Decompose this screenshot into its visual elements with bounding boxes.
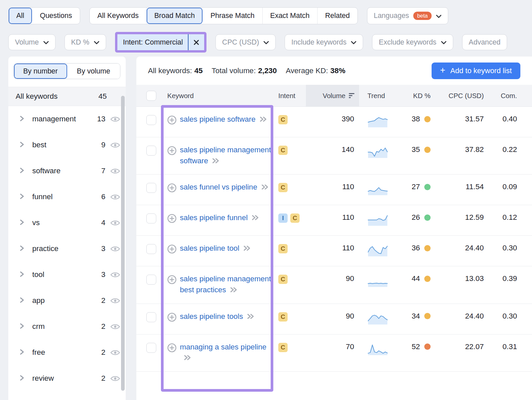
keyword-link[interactable]: managing a sales pipeline [180,342,273,363]
sidebar-scrollbar[interactable] [121,96,125,391]
sidebar-group-funnel[interactable]: funnel6 [8,184,126,210]
open-keyword-icon[interactable] [261,183,269,194]
match-type-filter-bar: AllQuestions All KeywordsBroad MatchPhra… [0,7,532,24]
eye-icon[interactable] [110,194,120,200]
intent-badge-c: C [278,275,288,284]
cpc-filter-dropdown[interactable]: CPC (USD) [215,34,276,50]
sidebar-group-management[interactable]: management13 [8,106,126,132]
open-keyword-icon[interactable] [251,213,259,224]
cpc-value: 22.07 [431,342,484,351]
open-keyword-icon[interactable] [259,115,267,126]
row-checkbox[interactable] [146,213,156,223]
add-to-keyword-list-button[interactable]: + Add to keyword list [432,63,520,79]
keyword-link[interactable]: sales pipeline funnel [180,212,259,223]
cpc-value: 13.03 [431,274,484,283]
column-header-kd[interactable]: KD % [391,92,431,100]
sidebar-group-best[interactable]: best9 [8,132,126,158]
kd-filter-dropdown[interactable]: KD % [65,34,106,50]
filter-tab-exact-match[interactable]: Exact Match [263,8,318,24]
filter-tab-broad-match[interactable]: Broad Match [147,8,203,24]
eye-icon[interactable] [110,245,120,252]
add-keyword-icon[interactable] [167,115,177,126]
chevron-right-icon [20,193,24,201]
row-checkbox[interactable] [146,146,156,156]
filter-tab-questions[interactable]: Questions [32,8,80,24]
sidebar-group-review[interactable]: review2 [8,365,126,391]
open-keyword-icon[interactable] [183,353,192,364]
add-keyword-icon[interactable] [167,183,177,194]
open-keyword-icon[interactable] [243,244,251,255]
eye-icon[interactable] [110,219,120,226]
eye-icon[interactable] [110,323,120,330]
group-label: software [32,167,61,175]
intent-filter-chip[interactable]: Intent: Commercial [117,34,204,50]
table-row: managing a sales pipelineC705222.070.31 [136,334,532,372]
table-header: Keyword Intent Volume Trend KD % CPC (US… [136,85,532,107]
com-value: 0.31 [484,342,532,351]
exclude-keywords-label: Exclude keywords [379,38,436,47]
eye-icon[interactable] [110,168,120,175]
tab-by-volume[interactable]: By volume [67,64,120,79]
select-all-checkbox[interactable] [146,91,156,101]
advanced-filters-dropdown[interactable]: Advanced [462,34,507,50]
exclude-keywords-dropdown[interactable]: Exclude keywords [372,34,453,50]
keyword-link[interactable]: sales pipeline management best practices [180,274,273,295]
keyword-link[interactable]: sales pipeline tool [180,243,251,254]
eye-icon[interactable] [110,375,120,382]
column-header-com[interactable]: Com. [484,92,532,100]
sidebar-group-vs[interactable]: vs4 [8,210,126,236]
remove-intent-filter-button[interactable] [189,39,204,46]
filter-tab-all-keywords[interactable]: All Keywords [90,8,147,24]
row-checkbox[interactable] [146,343,156,353]
sidebar-group-app[interactable]: app2 [8,288,126,314]
eye-icon[interactable] [110,271,120,278]
all-keywords-row[interactable]: All keywords 45 [8,87,126,106]
column-header-trend[interactable]: Trend [359,92,391,100]
cpc-value: 37.82 [431,145,484,154]
keyword-link[interactable]: sales pipeline software [180,114,267,125]
add-keyword-icon[interactable] [167,313,177,323]
filter-tab-phrase-match[interactable]: Phrase Match [203,8,263,24]
row-checkbox[interactable] [146,183,156,193]
intent-badge-c: C [290,213,300,223]
kd-value: 36 [412,244,420,252]
column-header-keyword[interactable]: Keyword [165,92,273,100]
keyword-link[interactable]: sales pipeline tools [180,311,255,322]
volume-filter-dropdown[interactable]: Volume [8,34,56,50]
open-keyword-icon[interactable] [246,312,255,323]
add-keyword-icon[interactable] [167,343,177,354]
column-header-cpc[interactable]: CPC (USD) [431,92,484,100]
open-keyword-icon[interactable] [229,285,238,296]
keyword-link[interactable]: sales funnel vs pipeline [180,182,269,193]
eye-icon[interactable] [110,116,120,123]
add-keyword-icon[interactable] [167,146,177,157]
add-keyword-icon[interactable] [167,214,177,224]
group-count: 4 [101,218,105,227]
row-checkbox[interactable] [146,244,156,254]
chevron-right-icon [20,167,24,175]
eye-icon[interactable] [110,349,120,356]
column-header-intent[interactable]: Intent [273,92,306,100]
filter-tab-related[interactable]: Related [318,8,357,24]
sidebar-group-crm[interactable]: crm2 [8,314,126,339]
sidebar-group-free[interactable]: free2 [8,339,126,365]
tab-by-number[interactable]: By number [14,64,67,79]
column-header-volume[interactable]: Volume [306,85,359,106]
keyword-link[interactable]: sales pipeline management software [180,145,273,166]
sidebar-group-tool[interactable]: tool3 [8,262,126,288]
row-checkbox[interactable] [146,115,156,125]
include-keywords-dropdown[interactable]: Include keywords [285,34,363,50]
languages-dropdown[interactable]: Languages beta [367,7,448,24]
sidebar-group-software[interactable]: software7 [8,158,126,184]
row-checkbox[interactable] [146,312,156,322]
open-keyword-icon[interactable] [211,156,220,167]
add-keyword-icon[interactable] [167,244,177,255]
eye-icon[interactable] [110,142,120,149]
eye-icon[interactable] [110,297,120,304]
filter-tab-all[interactable]: All [9,8,32,24]
row-checkbox[interactable] [146,275,156,285]
keyword-groups-sidebar: By numberBy volume All keywords 45 manag… [8,57,126,400]
table-row: sales funnel vs pipelineC1102711.540.09 [136,175,532,205]
sidebar-group-practice[interactable]: practice3 [8,236,126,262]
add-keyword-icon[interactable] [167,275,177,286]
